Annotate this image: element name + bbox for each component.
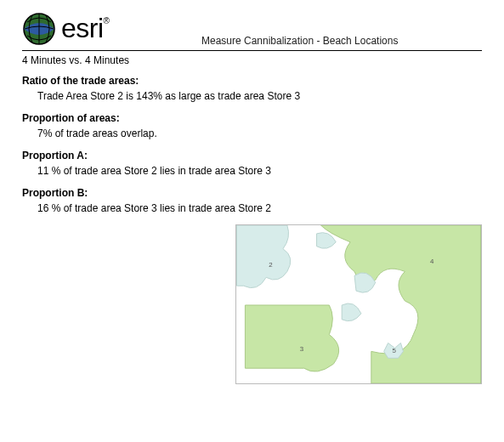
map-label-4: 4 xyxy=(430,258,434,265)
section-proportion-b: Proportion B: 16 % of trade area Store 3… xyxy=(22,187,482,214)
section-proportion-areas-label: Proportion of areas: xyxy=(22,112,482,124)
trade-area-map: 2 3 4 5 xyxy=(235,224,482,384)
section-proportion-a-label: Proportion A: xyxy=(22,150,482,162)
section-ratio-body: Trade Area Store 2 is 143% as large as t… xyxy=(22,90,482,102)
section-proportion-a-body: 11 % of trade area Store 2 lies in trade… xyxy=(22,165,482,177)
section-proportion-b-label: Proportion B: xyxy=(22,187,482,199)
map-label-3: 3 xyxy=(300,345,304,353)
region-3-shape xyxy=(245,305,338,371)
brand-name-text: esri xyxy=(61,13,104,43)
document-title: Measure Cannibalization - Beach Location… xyxy=(117,35,482,48)
brand-name: esri® xyxy=(61,13,109,44)
brand-logo: esri® xyxy=(22,12,109,48)
section-proportion-areas: Proportion of areas: 7% of trade areas o… xyxy=(22,112,482,139)
section-proportion-b-body: 16 % of trade area Store 3 lies in trade… xyxy=(22,202,482,214)
section-proportion-a: Proportion A: 11 % of trade area Store 2… xyxy=(22,150,482,177)
globe-icon xyxy=(22,12,56,48)
section-ratio-label: Ratio of the trade areas: xyxy=(22,75,482,87)
map-label-5: 5 xyxy=(393,347,397,354)
section-proportion-areas-body: 7% of trade areas overlap. xyxy=(22,128,482,139)
map-container: 2 3 4 5 xyxy=(22,224,482,384)
report-page: esri® Measure Cannibalization - Beach Lo… xyxy=(0,0,504,401)
map-label-2: 2 xyxy=(269,261,272,269)
comparison-subhead: 4 Minutes vs. 4 Minutes xyxy=(22,54,482,66)
brand-trademark: ® xyxy=(104,16,110,26)
header-rule xyxy=(22,50,482,51)
section-ratio: Ratio of the trade areas: Trade Area Sto… xyxy=(22,75,482,102)
report-header: esri® Measure Cannibalization - Beach Lo… xyxy=(22,12,482,48)
